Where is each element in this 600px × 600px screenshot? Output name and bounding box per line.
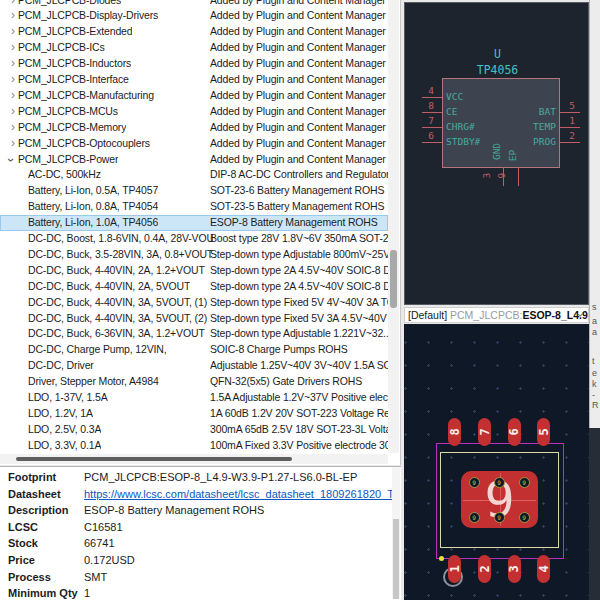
part-list-item[interactable]: DC-DC, Boost, 1.8-6VIN, 0.4A, 28V-VOUTBo… [0,231,388,247]
item-description: Step-down type Fixed 5V 4V~40V 3A TO-263… [210,295,388,311]
library-tree-item[interactable]: ›PCM_JLCPCB-DiodesAdded by Plugin and Co… [0,0,388,8]
part-list-item[interactable]: LDO, 1.2V, 1A1A 60dB 1.2V 20V SOT-223 Vo… [0,406,388,422]
footprint-select[interactable]: [Default] PCM_JLCPCB:ESOP-8_L4.9-W3.9-P1… [404,307,589,323]
thermal-via: 9 [469,512,480,523]
footprint-preview-canvas[interactable]: 9 999999 87651234 [404,324,589,600]
part-list-item[interactable]: Driver, Stepper Motor, A4984QFN-32(5x5) … [0,374,388,390]
pin-name: CHRG# [446,121,475,132]
detail-row: Datasheethttps://www.lcsc.com/datasheet/… [0,488,394,504]
part-list-item[interactable]: DC-DC, Charge Pump, 12VIN,SOIC-8 Charge … [0,342,388,358]
part-list-item[interactable]: Battery, Li-Ion, 0.5A, TP4057SOT-23-6 Ba… [0,183,388,199]
datasheet-link[interactable]: https://www.lcsc.com/datasheet/lcsc_data… [84,488,392,500]
item-name: PCM_JLCPCB-Memory [18,120,126,136]
cropped-text-fragment: a [592,316,597,326]
detail-row: FootprintPCM_JLCPCB:ESOP-8_L4.9-W3.9-P1.… [0,471,394,487]
tree-vertical-scrollbar-thumb[interactable] [390,250,397,308]
detail-value: 1 [84,587,392,599]
item-name: PCM_JLCPCB-Optocouplers [18,136,150,152]
part-list-item[interactable]: DC-DC, Buck, 4-40VIN, 3A, 5VOUT, (1)Step… [0,295,388,311]
item-name: PCM_JLCPCB-Display-Drivers [18,8,158,24]
tree-horizontal-scrollbar[interactable] [0,454,388,464]
chevron-collapsed-icon[interactable]: › [8,8,18,24]
part-list-item[interactable]: DC-DC, Buck, 3.5-28VIN, 3A, 0.8+VOUTStep… [0,247,388,263]
symbol-reference: U [405,47,590,61]
chevron-collapsed-icon[interactable]: › [8,24,18,40]
symbol-chooser-window: ›PCM_JLCPCB-DiodesAdded by Plugin and Co… [0,0,600,600]
chevron-collapsed-icon[interactable]: › [8,0,18,8]
library-tree-item[interactable]: ›PCM_JLCPCB-InductorsAdded by Plugin and… [0,56,388,72]
library-tree-item[interactable]: ›PCM_JLCPCB-ExtendedAdded by Plugin and … [0,24,388,40]
item-description: Added by Plugin and Content Manager [210,72,388,88]
detail-row: Minimum Qty1 [0,587,394,600]
chevron-expanded-icon[interactable]: › [2,154,18,164]
cropped-text-fragment: e [592,368,597,378]
item-name: PCM_JLCPCB-ICs [18,40,105,56]
chevron-collapsed-icon[interactable]: › [8,88,18,104]
part-list-item[interactable]: DC-DC, Buck, 6-36VIN, 3A, 1.2+VOUTStep-d… [0,326,388,342]
cropped-text-fragment: a [592,327,597,337]
library-tree-item[interactable]: ›PCM_JLCPCB-ManufacturingAdded by Plugin… [0,88,388,104]
chevron-down-icon[interactable]: › [574,312,588,319]
library-tree-item[interactable]: ›PCM_JLCPCB-InterfaceAdded by Plugin and… [0,72,388,88]
pad-number: 8 [447,428,461,435]
item-description: Added by Plugin and Content Manager [210,88,388,104]
library-tree-item[interactable]: ›PCM_JLCPCB-ICsAdded by Plugin and Conte… [0,40,388,56]
pad-number: 6 [507,428,521,435]
chevron-collapsed-icon[interactable]: › [8,104,18,120]
detail-row: LCSCC16581 [0,521,394,537]
tree-vertical-scrollbar[interactable] [388,0,399,453]
tree-horizontal-scrollbar-thumb[interactable] [16,457,292,461]
item-name: LDO, 2.5V, 0.3A [28,422,101,438]
part-list-item[interactable]: DC-DC, Buck, 4-40VIN, 2A, 5VOUTStep-down… [0,279,388,295]
part-list-item[interactable]: Battery, Li-Ion, 1.0A, TP4056ESOP-8 Batt… [0,215,388,231]
pin-line [560,127,580,128]
item-description: Step-down type 2A 4.5V~40V SOIC-8 DC-DC … [210,263,388,279]
chevron-collapsed-icon[interactable]: › [8,72,18,88]
pin-number: 2 [562,130,582,141]
item-name: DC-DC, Charge Pump, 12VIN, [28,342,166,358]
library-tree-item[interactable]: ›PCM_JLCPCB-PowerAdded by Plugin and Con… [0,152,388,168]
details-vertical-scrollbar-thumb[interactable] [393,519,399,599]
item-description: Added by Plugin and Content Manager [210,24,388,40]
item-name: Battery, Li-Ion, 0.8A, TP4054 [28,199,158,215]
pin-number: 4 [421,85,441,96]
item-name: PCM_JLCPCB-Inductors [18,56,131,72]
detail-value: ESOP-8 Battery Management ROHS [84,504,392,516]
part-list-item[interactable]: Battery, Li-Ion, 0.8A, TP4054SOT-23-5 Ba… [0,199,388,215]
pin-line [422,112,442,113]
symbol-preview-canvas[interactable]: U TP4056 4VCC8CE7CHRG#6STDBY#5BAT1TEMP2P… [404,2,589,305]
part-list-item[interactable]: DC-DC, Buck, 4-40VIN, 2A, 1.2+VOUTStep-d… [0,263,388,279]
chevron-collapsed-icon[interactable]: › [8,56,18,72]
pad-number: 4 [537,565,551,572]
library-tree[interactable]: ›PCM_JLCPCB-DiodesAdded by Plugin and Co… [0,0,388,454]
part-list-item[interactable]: LDO, 3.3V, 0.1A100mA Fixed 3.3V Positive… [0,438,388,454]
item-description: ESOP-8 Battery Management ROHS [210,215,388,231]
part-list-item[interactable]: LDO, 1-37V, 1.5A1.5A Adjustable 1.2V~37V… [0,390,388,406]
chevron-collapsed-icon[interactable]: › [8,120,18,136]
item-name: Battery, Li-Ion, 1.0A, TP4056 [28,215,158,231]
detail-row: DescriptionESOP-8 Battery Management ROH… [0,504,394,520]
library-tree-item[interactable]: ›PCM_JLCPCB-OptocouplersAdded by Plugin … [0,136,388,152]
part-list-item[interactable]: DC-DC, DriverAdjustable 1.25V~40V 3V~40V… [0,358,388,374]
library-tree-item[interactable]: ›PCM_JLCPCB-MemoryAdded by Plugin and Co… [0,120,388,136]
detail-label: Process [8,571,51,583]
smd-pad: 3 [508,555,521,583]
smd-pad: 7 [478,418,491,446]
pin-line [560,112,580,113]
part-list-item[interactable]: AC-DC, 500kHzDIP-8 AC-DC Controllers and… [0,167,388,183]
part-list-item[interactable]: DC-DC, Buck, 4-40VIN, 3A, 5VOUT, (2)Step… [0,311,388,327]
footprint-default-tag: [Default] [408,309,447,321]
pin-number: 1 [562,115,582,126]
item-name: LDO, 3.3V, 0.1A [28,438,101,454]
details-vertical-scrollbar[interactable] [392,467,400,599]
item-name: Battery, Li-Ion, 0.5A, TP4057 [28,183,158,199]
chevron-collapsed-icon[interactable]: › [8,40,18,56]
library-tree-item[interactable]: ›PCM_JLCPCB-Display-DriversAdded by Plug… [0,8,388,24]
pin-name: BAT [494,106,556,117]
part-list-item[interactable]: LDO, 2.5V, 0.3A300mA 65dB 2.5V 18V SOT-2… [0,422,388,438]
chevron-collapsed-icon[interactable]: › [8,136,18,152]
item-description: Added by Plugin and Content Manager [210,8,388,24]
library-tree-item[interactable]: ›PCM_JLCPCB-MCUsAdded by Plugin and Cont… [0,104,388,120]
cropped-text-fragment: -R [592,390,600,410]
detail-row: Price0.172USD [0,554,394,570]
